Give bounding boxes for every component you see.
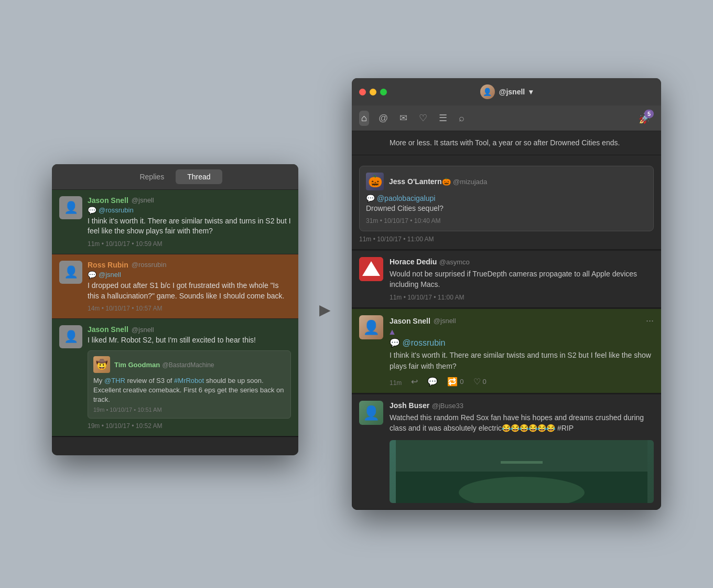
feed-avatar [359,257,383,281]
nested-tweet: 🤠 Tim Goodman @BastardMachine My @THR re… [88,350,291,419]
feed-time: 11m • 10/10/17 • 11:00 AM [390,294,654,301]
reply-target[interactable]: @jsnell [99,271,121,279]
svg-rect-5 [501,461,543,464]
feed-item[interactable]: 👤 Josh Buser @jBuse33 Watched this rando… [352,394,661,510]
tweet-item[interactable]: 👤 Jason Snell @jsnell I liked Mr. Robot … [52,319,298,436]
feed-body: Josh Buser @jBuse33 Watched this random … [390,401,654,503]
feed-name: Jason Snell [390,317,430,325]
tab-bar: Replies Thread [52,164,298,190]
retweet-button[interactable]: 🔁 0 [447,377,463,387]
toolbar: ⌂ @ ✉ ♡ ☰ ⌕ 🚀 5 [352,105,661,131]
tab-thread[interactable]: Thread [176,169,222,184]
more-options-button[interactable]: ··· [646,315,654,326]
tweet-header: Jason Snell @jsnell [88,196,291,205]
feed-text: Watched this random Red Sox fan have his… [390,412,654,434]
feed-avatar: 👤 [359,401,383,425]
nested-handle: @BastardMachine [163,361,214,369]
panel-footer [52,436,298,455]
feed-item[interactable]: 👤 Jason Snell @jsnell ··· 💬 @rossrubin I… [352,309,661,393]
mention-icon[interactable]: @ [376,111,390,126]
nc-handle: @mizujada [453,178,487,186]
minimize-button[interactable] [370,89,376,95]
tweet-content: Jason Snell @jsnell 💬 @rossrubin I think… [88,196,291,248]
like-count: 0 [483,378,487,386]
feed-body: Jason Snell @jsnell ··· 💬 @rossrubin I t… [390,315,654,387]
feed-header-row: 👤 Jason Snell @jsnell ··· 💬 @rossrubin I… [359,315,654,387]
tweet-name: Ross Rubin [88,261,128,269]
feed-text: Would not be surprised if TrueDepth came… [390,269,654,290]
reply-button[interactable]: ↩ [411,377,418,387]
reply-target[interactable]: @rossrubin [99,206,134,214]
traffic-lights [359,89,387,95]
reply-indicator [390,329,395,335]
nc-header: 🎃 Jess O'Lantern🎃 @mizujada [366,173,647,190]
feed-name: Horace Dediu [390,258,437,266]
feed-time: 11m [390,379,402,387]
tweet-content: Ross Rubin @rossrubin 💬 @jsnell I droppe… [88,261,291,312]
tab-replies[interactable]: Replies [128,169,176,184]
feed-avatar: 👤 [359,315,383,339]
reply-icon: 💬 [88,271,96,279]
image-preview [390,440,654,503]
feed-text: More or less. It starts with Tool, a yea… [390,137,654,148]
arrow-connector: ▶ [319,301,331,318]
title-username[interactable]: @jsnell [499,88,525,96]
feed-time: 11m • 10/10/17 • 11:00 AM [359,236,654,243]
list-icon[interactable]: ☰ [437,110,449,126]
avatar: 👤 [59,196,82,219]
feed-handle: @jsnell [434,317,456,325]
home-icon[interactable]: ⌂ [359,111,369,126]
feed-header-row: Horace Dediu @asymco Would not be surpri… [359,257,654,302]
heart-icon[interactable]: ♡ [417,110,429,126]
nc-name: Jess O'Lantern🎃 [389,177,451,186]
feed-reply-to[interactable]: 💬 @rossrubin [390,338,446,347]
close-button[interactable] [359,89,366,95]
tweet-name: Jason Snell [88,196,128,205]
tweet-header: Ross Rubin @rossrubin [88,261,291,269]
feed-text: I think it's worth it. There are similar… [390,350,654,371]
nc-time: 31m • 10/10/17 • 10:40 AM [366,217,647,224]
title-user: 👤 @jsnell ▾ [480,84,533,99]
tweet-handle: @jsnell [132,196,154,204]
feed-name: Josh Buser [390,401,429,410]
tweet-header: Jason Snell @jsnell [88,325,291,334]
feed-item: More or less. It starts with Tool, a yea… [352,131,661,155]
tweet-reply-to: 💬 @rossrubin [88,206,291,215]
nc-avatar: 🎃 [366,173,384,190]
nested-time: 19m • 10/10/17 • 10:51 AM [93,407,285,413]
tweet-text: I think it's worth it. There are similar… [88,216,291,237]
quote-button[interactable]: 💬 [427,377,438,387]
nested-text: My @THR review of S3 of #MrRobot should … [93,376,285,405]
tweet-name: Jason Snell [88,325,128,334]
tweet-reply-to: 💬 @jsnell [88,271,291,279]
avatar: 👤 [59,325,82,348]
right-panel: 👤 @jsnell ▾ ⌂ @ ✉ ♡ ☰ ⌕ 🚀 5 More or less… [352,78,661,509]
tweet-list: 👤 Jason Snell @jsnell 💬 @rossrubin I thi… [52,190,298,437]
feed-item[interactable]: Horace Dediu @asymco Would not be surpri… [352,251,661,308]
feed-handle: @jBuse33 [432,402,463,410]
fullscreen-button[interactable] [380,89,387,95]
tweet-content: Jason Snell @jsnell I liked Mr. Robot S2… [88,325,291,430]
search-icon[interactable]: ⌕ [457,111,467,126]
feed-header-row: 👤 Josh Buser @jBuse33 Watched this rando… [359,401,654,503]
title-bar: 👤 @jsnell ▾ [352,78,661,105]
title-dropdown-icon[interactable]: ▾ [529,88,533,96]
feed-body: Horace Dediu @asymco Would not be surpri… [390,257,654,302]
nc-text: 💬 @paolobacigalupi Drowned Cities sequel… [366,194,647,214]
mail-icon[interactable]: ✉ [397,110,409,126]
feed-item: 🎃 Jess O'Lantern🎃 @mizujada 💬 @paolobaci… [352,155,661,250]
tweet-item[interactable]: 👤 Ross Rubin @rossrubin 💬 @jsnell I drop… [52,254,298,319]
feed-handle: @asymco [439,258,470,266]
notification-badge: 5 [644,110,654,118]
tweet-feed: More or less. It starts with Tool, a yea… [352,131,661,509]
tweet-time: 11m • 10/10/17 • 10:59 AM [88,240,291,248]
nested-header: 🤠 Tim Goodman @BastardMachine [93,356,285,373]
tweet-handle: @jsnell [132,326,154,334]
nested-name: Tim Goodman [114,361,160,369]
title-avatar: 👤 [480,84,495,99]
like-button[interactable]: ♡ 0 [473,377,487,387]
tweet-text: I dropped out after S1 b/c I got frustra… [88,281,291,301]
avatar: 👤 [59,261,82,284]
tweet-item[interactable]: 👤 Jason Snell @jsnell 💬 @rossrubin I thi… [52,190,298,254]
feed-actions: 11m ↩ 💬 🔁 0 ♡ 0 [390,377,654,387]
